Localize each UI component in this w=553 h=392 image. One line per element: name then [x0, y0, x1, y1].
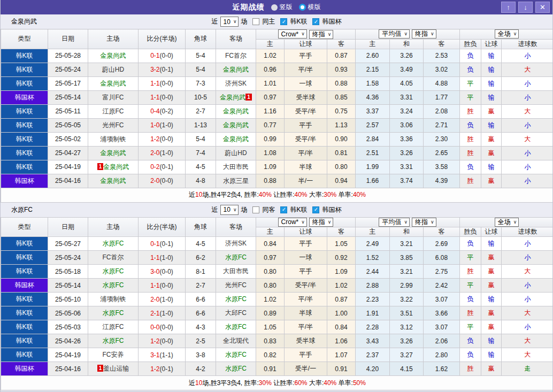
korea-cup-label: 韩国杯	[322, 17, 341, 26]
summary-value: 30%	[259, 379, 272, 387]
home-team-name: 水原FC	[103, 281, 124, 289]
cell-type: 韩K联	[1, 320, 48, 334]
red-card-badge: 1	[97, 365, 104, 372]
cell-odds-away: 0.87	[327, 293, 356, 306]
full-time-score: 1-1	[150, 282, 159, 289]
full-time-score: 0-1	[150, 52, 159, 59]
bookmaker-select[interactable]: Crow*∨	[278, 218, 307, 227]
k-league-label: 韩K联	[290, 205, 307, 214]
cell-date: 25-05-24	[48, 63, 88, 76]
cell-score: 2-0(1-0)	[139, 293, 186, 306]
full-time-score: 1-2	[150, 365, 159, 373]
match-scope-select[interactable]: 全场∨	[495, 29, 519, 39]
cell-avg-away: 2.69	[424, 237, 460, 251]
same-venue-checkbox[interactable]	[252, 206, 259, 213]
final-index-select[interactable]: 终指∨	[309, 30, 334, 39]
col-avg-away: 客	[424, 39, 460, 49]
cell-date: 25-05-11	[48, 104, 88, 118]
cell-result-goals: 小	[502, 76, 553, 90]
col-date: 日期	[48, 217, 88, 237]
cell-odds-away: 1.13	[327, 118, 356, 132]
summary-text: 让胜率:	[272, 191, 295, 198]
away-team-name: 金泉尚武	[223, 135, 249, 143]
cell-corner: 5-4	[186, 132, 216, 146]
cell-date: 25-04-19	[48, 348, 88, 362]
cell-avg-home: 1.52	[356, 251, 390, 265]
cell-avg-draw: 3.51	[390, 306, 424, 320]
col-type: 类型	[1, 29, 48, 49]
match-count-select[interactable]: 10∨	[220, 17, 239, 27]
away-team-name: 蔚山HD	[225, 149, 247, 157]
k-league-checkbox[interactable]: ✓	[280, 18, 287, 25]
vertical-layout-radio[interactable]: 竖版	[271, 3, 293, 12]
summary-value: 50%	[353, 379, 366, 387]
cell-result-outcome: 胜	[460, 104, 481, 118]
cell-avg-draw: 3.06	[390, 118, 424, 132]
away-team-name: 水原FC	[225, 351, 247, 358]
home-team-name: 金泉尚武	[101, 149, 126, 157]
col-odds-away: 客	[327, 227, 356, 237]
cell-result-outcome: 胜	[460, 132, 481, 146]
cell-date: 25-05-02	[48, 132, 88, 146]
cell-home: 浦项制铁	[88, 132, 139, 146]
cell-away: 水原FC	[216, 362, 256, 376]
home-team-name: 江原FC	[103, 107, 124, 115]
final-index-select-2[interactable]: 终指∨	[412, 218, 436, 227]
cell-avg-away: 2.53	[424, 49, 460, 63]
horizontal-layout-label: 横版	[308, 3, 321, 12]
red-card-badge: 1	[245, 94, 252, 101]
move-up-button[interactable]: ↑	[501, 2, 516, 13]
close-button[interactable]: ✕	[535, 2, 550, 13]
final-index-select[interactable]: 终指∨	[309, 218, 334, 227]
filter-controls: 近10∨场同客✓韩K联✓韩国杯	[212, 205, 342, 215]
cell-odds-handicap: 受半/一	[285, 362, 327, 376]
same-venue-checkbox[interactable]	[252, 18, 259, 25]
cell-score: 1-2(0-0)	[139, 132, 186, 146]
cell-result-handicap: 赢	[481, 320, 502, 334]
match-count-select[interactable]: 10∨	[220, 205, 239, 215]
horizontal-layout-radio[interactable]: 横版	[299, 3, 321, 12]
cell-avg-home: 2.84	[356, 132, 390, 146]
cell-corner: 3-8	[186, 348, 216, 362]
cell-result-goals: 大	[502, 334, 553, 348]
summary-text: 单率:	[336, 191, 353, 198]
cell-score: 0-2(0-1)	[139, 160, 186, 174]
cell-corner: 7-3	[186, 76, 216, 90]
col-result-outcome: 胜负	[460, 39, 481, 49]
away-team-name: 水原FC	[225, 295, 247, 303]
cell-avg-draw: 3.27	[390, 348, 424, 362]
title-group: 近期战绩 竖版 横版	[233, 3, 321, 12]
header-row-groups: 类型日期主场比分(半场)角球客场Crow*∨终指∨平均值∨终指∨全场∨	[1, 217, 553, 227]
cell-avg-draw: 3.26	[390, 146, 424, 160]
average-select[interactable]: 平均值∨	[379, 29, 410, 39]
cell-odds-home: 0.97	[256, 251, 285, 265]
cell-score: 0-1(0-0)	[139, 49, 186, 63]
table-row: 韩K联25-04-27金泉尚武2-0(1-0)7-4蔚山HD1.08平/半0.8…	[1, 146, 553, 160]
move-down-button[interactable]: ↓	[518, 2, 533, 13]
cell-avg-away: 3.58	[424, 160, 460, 174]
k-league-checkbox[interactable]: ✓	[280, 206, 287, 213]
cell-avg-home: 2.51	[356, 146, 390, 160]
dropdown-arrow-icon: ∨	[301, 220, 305, 225]
cell-avg-away: 1.62	[424, 362, 460, 376]
cell-result-handicap: 赢	[481, 362, 502, 376]
match-scope-select[interactable]: 全场∨	[495, 218, 519, 227]
bookmaker-select[interactable]: Crow*∨	[278, 29, 307, 39]
cell-away: 金泉尚武1	[216, 90, 256, 104]
cell-result-outcome: 平	[460, 279, 481, 293]
summary-row: 近10场,胜4平2负4, 胜率:40% 让胜率:40% 大率:30% 单率:40…	[1, 188, 553, 202]
cell-result-outcome: 负	[460, 334, 481, 348]
korea-cup-checkbox[interactable]: ✓	[312, 18, 319, 25]
final-index-select-2[interactable]: 终指∨	[412, 29, 436, 39]
cell-avg-home: 2.23	[356, 293, 390, 306]
korea-cup-checkbox[interactable]: ✓	[312, 206, 319, 213]
cell-avg-draw: 3.31	[390, 160, 424, 174]
col-score: 比分(半场)	[139, 29, 186, 49]
cell-odds-away: 1.00	[327, 306, 356, 320]
col-odds-home: 主	[256, 227, 285, 237]
average-select[interactable]: 平均值∨	[379, 218, 410, 227]
games-label: 场	[241, 205, 247, 214]
cell-result-handicap: 赢	[481, 174, 502, 188]
cell-away: 金泉尚武	[216, 132, 256, 146]
cell-result-outcome: 负	[460, 160, 481, 174]
